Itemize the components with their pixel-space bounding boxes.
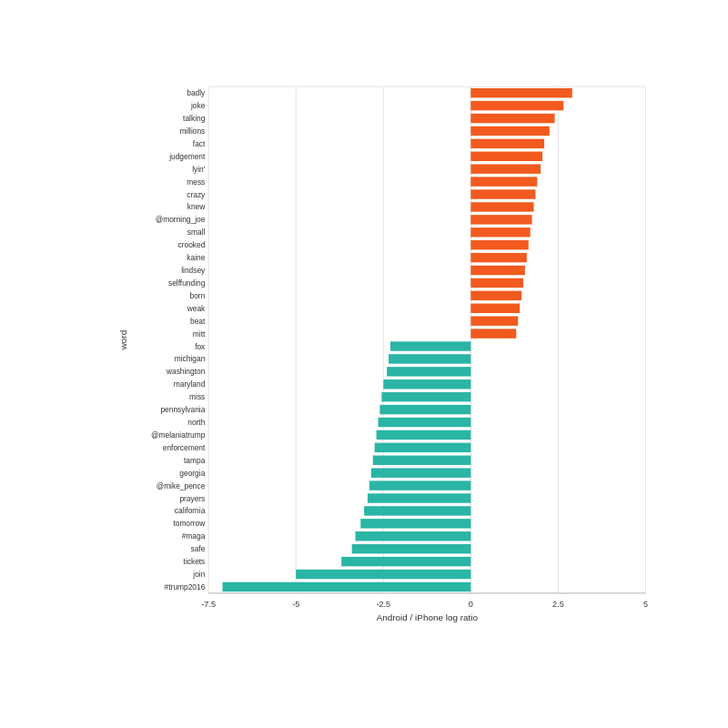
bar-mess — [470, 177, 537, 186]
svg-text:-7.5: -7.5 — [201, 600, 216, 609]
bar-judgement — [470, 152, 542, 161]
bar-label-fox: fox — [195, 342, 206, 351]
bar-badly — [470, 88, 571, 97]
bar-knew — [470, 202, 533, 211]
bar-label-california: california — [175, 506, 206, 515]
bar-label-talking: talking — [183, 114, 206, 123]
bar-born — [470, 291, 521, 300]
y-axis-label: word — [118, 330, 128, 350]
bar-label-join: join — [192, 570, 205, 579]
bar-label-@melaniatrump: @melaniatrump — [151, 430, 206, 440]
bar-label-maryland: maryland — [174, 379, 206, 389]
svg-text:0: 0 — [469, 600, 473, 609]
bar-maryland — [383, 379, 470, 389]
bar-join — [296, 570, 470, 579]
bar-crooked — [470, 240, 528, 249]
bar-label-knew: knew — [187, 202, 207, 211]
bar-label-lyin': lyin' — [192, 165, 206, 174]
chart-container: -7.5-5-2.502.55badlyjoketalkingmillionsf… — [0, 0, 728, 728]
bar-crazy — [470, 189, 535, 198]
bar-joke — [470, 101, 563, 110]
bar-label-@mike_pence: @mike_pence — [157, 481, 206, 490]
svg-text:2.5: 2.5 — [552, 600, 564, 609]
bar-california — [364, 506, 470, 515]
bar-fox — [390, 341, 470, 350]
bar-fact — [470, 139, 544, 148]
bar-safe — [352, 544, 471, 553]
bar-label-washington: washington — [166, 367, 206, 376]
bar-label-fact: fact — [193, 139, 206, 148]
bar-label-small: small — [187, 228, 206, 237]
bar-label-beat: beat — [190, 317, 206, 326]
bar-label-miss: miss — [189, 392, 205, 401]
bar-label-joke: joke — [190, 101, 206, 110]
bar-label-prayers: prayers — [179, 494, 205, 503]
bar-label-pennsylvania: pennsylvania — [160, 405, 205, 414]
bar-mitt — [470, 329, 516, 338]
bar-kaine — [470, 253, 526, 262]
bar-tickets — [341, 557, 470, 566]
bar-label-enforcement: enforcement — [163, 443, 206, 452]
bar-label-safe: safe — [190, 544, 205, 553]
bar-label-selffunding: selffunding — [168, 278, 206, 288]
bar-miss — [381, 392, 470, 401]
bar-label-lindsey: lindsey — [181, 266, 206, 275]
bar-michigan — [389, 354, 470, 363]
bar-@mike_pence — [369, 480, 470, 490]
bar-#trump2016 — [222, 582, 470, 592]
bar-washington — [387, 367, 470, 376]
bar-label-mess: mess — [187, 177, 205, 187]
svg-text:5: 5 — [643, 600, 648, 609]
bar-millions — [470, 126, 549, 136]
bar-label-tomorrow: tomorrow — [173, 519, 206, 528]
bar-chart: -7.5-5-2.502.55badlyjoketalkingmillionsf… — [118, 18, 673, 682]
bar-prayers — [368, 493, 470, 502]
bar-tampa — [373, 456, 471, 465]
bar-label-#trump2016: #trump2016 — [165, 582, 206, 592]
bar-weak — [470, 304, 520, 313]
svg-text:-5: -5 — [292, 600, 299, 609]
svg-text:-2.5: -2.5 — [376, 600, 390, 609]
bar-label-michigan: michigan — [175, 354, 206, 363]
bar-lindsey — [470, 266, 525, 275]
bar-tomorrow — [360, 519, 470, 528]
bar-label-weak: weak — [187, 304, 206, 313]
bar-label-judgement: judgement — [168, 152, 206, 161]
bar-@melaniatrump — [377, 430, 471, 440]
bar-lyin' — [470, 164, 541, 173]
bar-north — [379, 418, 471, 427]
bar-#maga — [356, 531, 471, 541]
bar-label-#maga: #maga — [182, 531, 206, 541]
bar-pennsylvania — [379, 405, 470, 414]
bar-label-@morning_joe: @morning_joe — [156, 215, 206, 224]
bar-beat — [470, 316, 518, 325]
bar-@morning_joe — [470, 215, 531, 224]
bar-label-mitt: mitt — [193, 329, 206, 339]
bar-label-tampa: tampa — [184, 456, 206, 465]
bar-label-born: born — [190, 291, 206, 300]
bar-label-millions: millions — [179, 126, 205, 136]
bar-label-tickets: tickets — [184, 557, 206, 566]
bar-enforcement — [375, 443, 471, 452]
bar-label-north: north — [187, 418, 205, 427]
bar-georgia — [371, 468, 471, 477]
bar-label-georgia: georgia — [179, 469, 205, 478]
bar-label-kaine: kaine — [187, 253, 205, 262]
bar-selffunding — [470, 278, 523, 288]
bar-small — [470, 228, 530, 237]
bar-label-crazy: crazy — [187, 190, 206, 199]
bar-talking — [470, 114, 554, 123]
x-axis-label: Android / iPhone log ratio — [377, 612, 479, 622]
bar-label-badly: badly — [187, 88, 206, 97]
bar-label-crooked: crooked — [178, 240, 206, 249]
